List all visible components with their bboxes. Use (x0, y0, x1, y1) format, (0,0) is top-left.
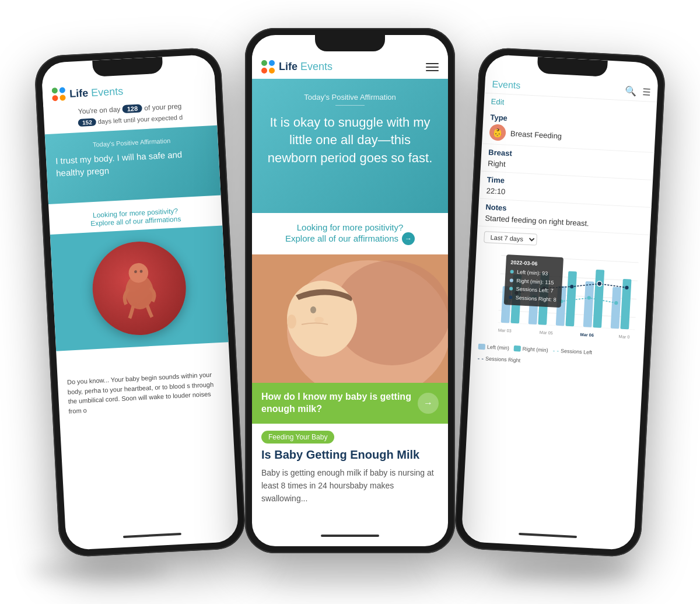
svg-text:Mar 0: Mar 0 (618, 334, 629, 340)
week-desc: Do you know... Your baby begin sounds wi… (57, 364, 232, 421)
hamburger-line-1 (426, 63, 439, 64)
tooltip-sessions-right-dot (509, 295, 512, 298)
center-affirmation-text: It is okay to snuggle with my little one… (264, 114, 436, 167)
phone-left-screen: Life Events You're on day 128 of your pr… (41, 54, 239, 550)
center-dot-orange (269, 68, 275, 74)
center-logo: Life Events (261, 60, 332, 74)
left-logo-dots (52, 87, 66, 102)
hamburger-line-2 (426, 67, 439, 68)
phone-left-content: Life Events You're on day 128 of your pr… (41, 54, 239, 550)
legend-sessions-left: - - Sessions Left (552, 347, 592, 356)
green-article-banner[interactable]: How do I know my baby is getting enough … (252, 383, 448, 424)
category-pill[interactable]: Feeding Your Baby (261, 431, 334, 444)
svg-rect-21 (565, 271, 577, 326)
phone-left-notch (92, 57, 163, 76)
search-icon[interactable]: 🔍 (625, 85, 637, 97)
phone-left: Life Events You're on day 128 of your pr… (34, 47, 247, 558)
dot-orange (60, 95, 66, 101)
day-number-pill: 128 (122, 104, 142, 113)
center-dot-red (261, 68, 267, 74)
svg-rect-22 (583, 281, 594, 327)
dot-red (52, 95, 58, 101)
center-logo-events: Events (300, 61, 332, 72)
svg-rect-24 (611, 287, 621, 329)
phone-center-screen: Life Events Today's Positive Affirmation… (252, 35, 448, 546)
affirmations-arrow[interactable]: → (402, 232, 415, 245)
type-value: Breast Feeding (510, 128, 562, 140)
svg-text:Mar 03: Mar 03 (498, 327, 512, 333)
tooltip-date: 2022-03-06 (510, 258, 558, 269)
right-shadow (496, 562, 636, 579)
right-header-title: Events (492, 78, 521, 90)
fetal-circle (90, 239, 188, 337)
phone-center-notch (315, 35, 385, 51)
svg-point-9 (314, 317, 324, 323)
chart-area: Last 7 days (470, 226, 650, 375)
hamburger-line-3 (426, 70, 439, 71)
breastfeeding-image (252, 254, 448, 383)
article-body: Baby is getting enough milk if baby is n… (261, 466, 439, 505)
center-shadow (262, 571, 438, 588)
phone-right-content: Events 🔍 ☰ Edit Type 👶 Breast Feeding (461, 54, 659, 550)
fetal-svg (103, 251, 176, 324)
svg-text:Mar 05: Mar 05 (540, 330, 553, 336)
legend-right-min: Right (min) (513, 344, 548, 353)
phone-right-notch (537, 57, 607, 76)
legend-sessions-right: - - Sessions Right (477, 354, 520, 364)
svg-point-10 (287, 315, 296, 329)
phone-center-content: Life Events Today's Positive Affirmation… (252, 35, 448, 546)
left-logo: Life Events (52, 84, 124, 102)
svg-text:Mar 06: Mar 06 (580, 331, 594, 337)
tooltip-left-dot (510, 270, 513, 273)
breastfeeding-svg (252, 254, 448, 383)
fetal-image-container (50, 225, 229, 351)
chart-container: Mar 03 Mar 05 Mar 06 Mar 0 2022-03-06 Le… (478, 247, 642, 349)
right-header-icons: 🔍 ☰ (625, 85, 651, 97)
center-dot-green (261, 60, 267, 66)
chart-controls: Last 7 days (484, 231, 643, 251)
left-shadow (29, 562, 169, 579)
affirmation-divider (335, 105, 365, 106)
legend-left-min: Left (min) (478, 343, 510, 351)
article-section: Feeding Your Baby Is Baby Getting Enough… (252, 424, 448, 512)
phone-right: Events 🔍 ☰ Edit Type 👶 Breast Feeding (454, 47, 667, 558)
left-affirmation-box: Today's Positive Affirmation I trust my … (45, 125, 221, 204)
center-logo-dots (261, 60, 275, 74)
logo-events-text: Events (91, 85, 124, 98)
nursing-icon: 👶 (489, 124, 506, 141)
dot-blue (60, 87, 66, 93)
phone-center: Life Events Today's Positive Affirmation… (245, 28, 455, 553)
dot-green (52, 87, 58, 93)
article-arrow-button[interactable]: → (418, 393, 439, 414)
days-left-pill: 152 (78, 118, 96, 127)
menu-icon[interactable]: ☰ (642, 86, 651, 97)
center-app-header: Life Events (252, 55, 448, 79)
svg-point-8 (310, 306, 316, 313)
center-looking-line1: Looking for more positivity? (261, 222, 439, 232)
hamburger-menu[interactable] (426, 63, 439, 71)
svg-rect-23 (593, 269, 604, 327)
center-looking-line2: Explore all of our affirmations → (261, 232, 439, 245)
center-logo-life: Life (279, 61, 298, 72)
legend-right-color (514, 345, 522, 351)
chart-tooltip: 2022-03-06 Left (min): 93 Right (min): 1… (504, 254, 564, 308)
left-affirmation-text: I trust my body. I will ha safe and heal… (55, 146, 211, 179)
center-affirmation-title: Today's Positive Affirmation (304, 93, 396, 102)
phone-right-screen: Events 🔍 ☰ Edit Type 👶 Breast Feeding (461, 54, 659, 550)
logo-life-text: Life (69, 86, 89, 99)
center-dot-blue (269, 60, 275, 66)
svg-point-34 (597, 281, 602, 286)
tooltip-sessions-left-dot (509, 287, 513, 290)
tooltip-right-dot (510, 278, 513, 282)
legend-left-color (478, 343, 486, 350)
article-question-text: How do I know my baby is getting enough … (261, 391, 418, 416)
chart-period-select[interactable]: Last 7 days (484, 231, 537, 246)
scene: Life Events You're on day 128 of your pr… (29, 16, 671, 588)
center-affirmation-box: Today's Positive Affirmation It is okay … (252, 79, 448, 213)
center-home-indicator (321, 535, 379, 537)
article-heading: Is Baby Getting Enough Milk (261, 448, 439, 462)
center-looking-more[interactable]: Looking for more positivity? Explore all… (252, 213, 448, 254)
